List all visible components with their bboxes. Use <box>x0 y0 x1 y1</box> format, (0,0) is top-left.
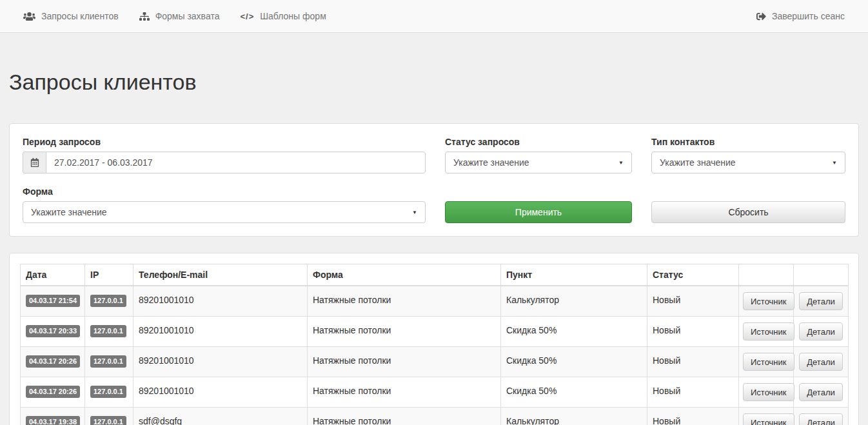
status-select-value: Укажите значение <box>453 157 529 168</box>
source-button[interactable]: Источник <box>743 322 794 341</box>
header-source-actions <box>739 264 794 286</box>
details-button[interactable]: Детали <box>799 292 843 310</box>
ip-badge: 127.0.0.1 <box>90 355 126 368</box>
header-details-actions <box>794 264 849 286</box>
date-cell: 04.03.17 19:38 <box>21 408 85 425</box>
nav-item-label: Формы захвата <box>155 11 220 21</box>
header-status: Статус <box>647 264 739 286</box>
status-cell: Новый <box>647 408 739 425</box>
table-row: 04.03.17 20:26 127.0.0.1 89201001010 Нат… <box>21 377 849 408</box>
point-cell: Скидка 50% <box>501 317 647 347</box>
date-cell: 04.03.17 20:26 <box>21 347 85 377</box>
nav-left-group: Запросы клиентов Формы захвата </> Шабло… <box>13 0 337 33</box>
table-row: 04.03.17 20:26 127.0.0.1 89201001010 Нат… <box>21 347 849 377</box>
status-label: Статус запросов <box>445 137 632 147</box>
source-button[interactable]: Источник <box>743 383 794 401</box>
source-button[interactable]: Источник <box>743 413 794 425</box>
requests-table: Дата IP Телефон/E-mail Форма Пункт Стату… <box>20 264 849 425</box>
form-cell: Натяжные потолки <box>308 286 501 317</box>
status-cell: Новый <box>647 317 739 347</box>
logout-label: Завершить сеанс <box>772 11 845 21</box>
date-badge: 04.03.17 20:26 <box>26 386 80 398</box>
header-form: Форма <box>308 264 501 286</box>
point-cell: Калькулятор <box>501 286 647 317</box>
apply-button[interactable]: Применить <box>445 201 632 223</box>
contact-cell: 89201001010 <box>133 347 308 377</box>
ip-cell: 127.0.0.1 <box>85 317 133 347</box>
table-row: 04.03.17 20:33 127.0.0.1 89201001010 Нат… <box>21 317 849 347</box>
details-button[interactable]: Детали <box>799 413 843 425</box>
details-button[interactable]: Детали <box>799 383 843 401</box>
date-badge: 04.03.17 19:38 <box>26 416 80 425</box>
date-badge: 04.03.17 21:54 <box>26 295 80 307</box>
chevron-down-icon: ▼ <box>412 210 417 215</box>
nav-item-label: Запросы клиентов <box>41 11 119 21</box>
code-icon: </> <box>240 12 254 21</box>
requests-table-panel: Дата IP Телефон/E-mail Форма Пункт Стату… <box>9 253 859 425</box>
filter-status: Статус запросов Укажите значение ▼ <box>445 137 632 173</box>
source-button[interactable]: Источник <box>743 353 794 371</box>
header-ip: IP <box>85 264 133 286</box>
date-badge: 04.03.17 20:33 <box>26 325 80 337</box>
details-button[interactable]: Детали <box>799 353 843 371</box>
contact-type-select[interactable]: Укажите значение ▼ <box>651 152 845 173</box>
contact-cell: sdf@dsgfg <box>133 408 308 425</box>
status-cell: Новый <box>647 347 739 377</box>
nav-item-form-templates[interactable]: </> Шаблоны форм <box>230 0 336 33</box>
calendar-icon[interactable] <box>23 152 46 173</box>
ip-badge: 127.0.0.1 <box>90 295 126 307</box>
status-select[interactable]: Укажите значение ▼ <box>445 152 632 173</box>
nav-right-group: Завершить сеанс <box>746 0 855 33</box>
ip-badge: 127.0.0.1 <box>90 416 126 425</box>
chevron-down-icon: ▼ <box>618 160 624 166</box>
contact-cell: 89201001010 <box>133 377 308 408</box>
header-point: Пункт <box>501 264 647 286</box>
filter-period: Период запросов <box>23 137 426 173</box>
page-title: Запросы клиентов <box>9 70 859 95</box>
page-content: Запросы клиентов Период запросов Статус … <box>0 70 868 425</box>
sign-out-icon <box>756 12 766 21</box>
form-cell: Натяжные потолки <box>308 317 501 347</box>
status-cell: Новый <box>647 377 739 408</box>
nav-item-label: Шаблоны форм <box>260 11 326 21</box>
point-cell: Скидка 50% <box>501 377 647 408</box>
header-contact: Телефон/E-mail <box>133 264 308 286</box>
ip-cell: 127.0.0.1 <box>85 347 133 377</box>
filter-form: Форма Укажите значение ▼ <box>23 186 426 223</box>
nav-item-capture-forms[interactable]: Формы захвата <box>129 0 230 33</box>
table-row: 04.03.17 19:38 127.0.0.1 sdf@dsgfg Натяж… <box>21 408 849 425</box>
ip-cell: 127.0.0.1 <box>85 408 133 425</box>
date-cell: 04.03.17 21:54 <box>21 286 85 317</box>
ip-cell: 127.0.0.1 <box>85 377 133 408</box>
form-select[interactable]: Укажите значение ▼ <box>23 201 426 223</box>
table-row: 04.03.17 21:54 127.0.0.1 89201001010 Нат… <box>21 286 849 317</box>
table-header-row: Дата IP Телефон/E-mail Форма Пункт Стату… <box>21 264 849 286</box>
reset-button[interactable]: Сбросить <box>651 201 845 223</box>
point-cell: Скидка 50% <box>501 347 647 377</box>
filter-contact-type: Тип контактов Укажите значение ▼ <box>651 137 845 173</box>
requests-table-body: 04.03.17 21:54 127.0.0.1 89201001010 Нат… <box>21 286 849 425</box>
users-icon <box>23 12 35 21</box>
source-button[interactable]: Источник <box>743 292 794 310</box>
ip-badge: 127.0.0.1 <box>90 325 126 337</box>
form-label: Форма <box>23 186 426 197</box>
top-navbar: Запросы клиентов Формы захвата </> Шабло… <box>0 0 868 33</box>
date-cell: 04.03.17 20:26 <box>21 377 85 408</box>
sitemap-icon <box>139 12 150 21</box>
chevron-down-icon: ▼ <box>832 160 837 166</box>
point-cell: Калькулятор <box>501 408 647 425</box>
header-date: Дата <box>21 264 85 286</box>
contact-type-select-value: Укажите значение <box>660 157 736 168</box>
logout-button[interactable]: Завершить сеанс <box>746 0 855 33</box>
form-cell: Натяжные потолки <box>308 377 501 408</box>
nav-item-client-requests[interactable]: Запросы клиентов <box>13 0 129 33</box>
details-button[interactable]: Детали <box>799 322 843 341</box>
contact-cell: 89201001010 <box>133 317 308 347</box>
period-label: Период запросов <box>23 137 426 147</box>
date-badge: 04.03.17 20:26 <box>26 355 80 368</box>
period-input[interactable] <box>46 152 426 173</box>
date-cell: 04.03.17 20:33 <box>21 317 85 347</box>
contact-cell: 89201001010 <box>133 286 308 317</box>
contact-type-label: Тип контактов <box>651 137 845 147</box>
form-cell: Натяжные потолки <box>308 347 501 377</box>
